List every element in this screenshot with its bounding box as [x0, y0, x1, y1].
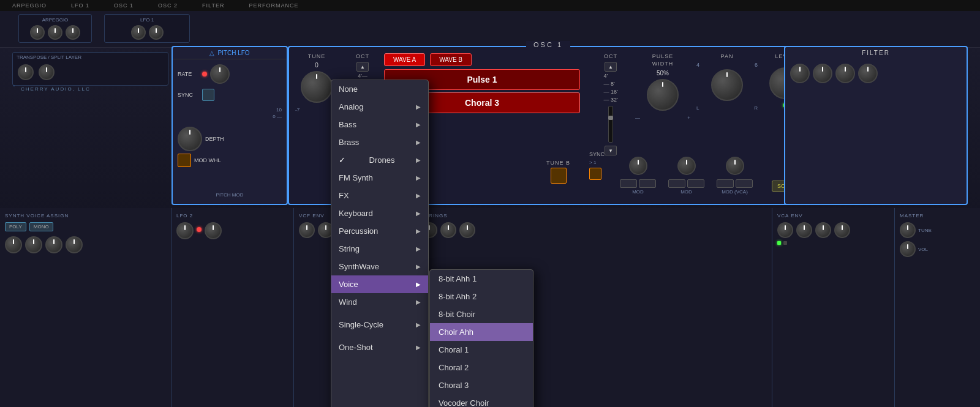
submenu-8bit-ahh1[interactable]: 8-bit Ahh 1 [430, 270, 533, 288]
master-vol-knob[interactable] [900, 241, 916, 257]
filter-key-knob[interactable] [858, 64, 878, 83]
tune-b-label: TUNE B [546, 160, 570, 166]
8bit-choir-label: 8-bit Choir [439, 310, 475, 319]
vca-decay-knob[interactable] [796, 222, 812, 238]
submenu-8bit-ahh2[interactable]: 8-bit Ahh 2 [430, 288, 533, 305]
mod-btn-2a[interactable] [668, 179, 685, 188]
mod-row: MOD MOD MOD (VCA) [620, 157, 753, 195]
oct-b-slider[interactable] [608, 106, 613, 143]
section-osc2: OSC 2 [158, 2, 178, 9]
master-tune-knob[interactable] [900, 222, 916, 238]
analog-label: Analog [339, 102, 363, 111]
mod-label-1: MOD [620, 189, 656, 195]
master-vol-row: VOL [900, 241, 975, 257]
menu-drones[interactable]: ✓ Drones ▶ [331, 151, 428, 169]
pulse-width-knob[interactable] [647, 79, 679, 111]
submenu-choir-ahh[interactable]: Choir Ahh [430, 323, 533, 341]
keyboard-arrow: ▶ [416, 210, 421, 217]
osc1-title: OSC 1 [526, 41, 570, 48]
lfo2-bottom: LFO 2 [172, 208, 294, 407]
oct-b-down-button[interactable]: ▼ [605, 146, 617, 155]
menu-string[interactable]: String ▶ [331, 240, 428, 258]
menu-none[interactable]: None [331, 80, 428, 98]
mod-btn-2b[interactable] [687, 179, 704, 188]
pan-r-label: R [754, 105, 758, 111]
menu-voice[interactable]: Voice ▶ [331, 275, 428, 293]
rate-knob[interactable] [210, 64, 230, 84]
vca-sustain-knob[interactable] [815, 222, 831, 238]
vcf-attack-knob[interactable] [299, 222, 315, 238]
arpeggio-knob2[interactable] [48, 25, 62, 40]
menu-one-shot[interactable]: One-Shot ▶ [331, 338, 428, 356]
sync-row: SYNC [178, 89, 282, 101]
menu-synthwave[interactable]: SynthWave ▶ [331, 258, 428, 275]
master-tune-label: TUNE [918, 228, 932, 233]
voice-knob2[interactable] [25, 236, 42, 253]
string-arrow: ▶ [416, 245, 421, 252]
pan-knob[interactable] [711, 69, 743, 101]
mod-knob-2[interactable] [677, 157, 696, 175]
pitch-lfo-controls: RATE SYNC 10 0 — DEPTH MOD WHL [173, 59, 287, 172]
filter-env-knob[interactable] [835, 64, 855, 83]
oct-b-8ft: — 8' [603, 81, 614, 87]
lfo1-depth-knob[interactable] [149, 25, 164, 40]
submenu-vocoder-choir[interactable]: Vocoder Choir [430, 394, 533, 407]
master-knobs: TUNE VOL [900, 222, 975, 257]
sync-osc-button[interactable] [589, 168, 601, 180]
depth-knob[interactable] [178, 127, 202, 151]
mod-whl-indicator [178, 154, 191, 167]
mod-vca-knob[interactable] [726, 157, 744, 175]
menu-wind[interactable]: Wind ▶ [331, 293, 428, 311]
pan-scale: 4 6 [696, 62, 758, 68]
lfo2-depth-knob[interactable] [205, 222, 222, 239]
oct-a-up-button[interactable]: ▲ [356, 62, 369, 72]
submenu-choral2[interactable]: Choral 2 [430, 359, 533, 376]
menu-analog[interactable]: Analog ▶ [331, 98, 428, 116]
mod-btn-vca-b[interactable] [736, 179, 753, 188]
submenu-choral1[interactable]: Choral 1 [430, 341, 533, 359]
tune-knob[interactable] [301, 71, 333, 103]
menu-fm-synth[interactable]: FM Synth ▶ [331, 169, 428, 187]
oct-b-up-button[interactable]: ▲ [605, 62, 617, 72]
oct-b-16ft: — 16' [603, 89, 617, 95]
arpeggio-knob3[interactable] [66, 25, 80, 40]
filter-cutoff-knob[interactable] [790, 64, 810, 83]
menu-percussion[interactable]: Percussion ▶ [331, 222, 428, 240]
tune-b-indicator [551, 168, 567, 184]
voice-knob3[interactable] [45, 236, 62, 253]
menu-fx[interactable]: FX ▶ [331, 187, 428, 204]
mod-btn-1a[interactable] [620, 179, 637, 188]
split-knob[interactable] [39, 64, 55, 80]
wave-buttons-row: WAVE A WAVE B [384, 53, 580, 66]
filter-resonance-knob[interactable] [813, 64, 832, 83]
menu-keyboard[interactable]: Keyboard ▶ [331, 204, 428, 222]
master-tune-row: TUNE [900, 222, 975, 238]
mono-button[interactable]: MONO [29, 222, 53, 231]
menu-single-cycle[interactable]: Single-Cycle ▶ [331, 316, 428, 334]
mod-knob-1[interactable] [629, 157, 647, 175]
pulse-width-value: 50% [635, 70, 690, 77]
mod-btn-1b[interactable] [639, 179, 656, 188]
voice-knob4[interactable] [66, 236, 83, 253]
menu-bass[interactable]: Bass ▶ [331, 116, 428, 133]
sync-osc-label: SYNC [589, 151, 605, 157]
pitch-mod-label: PITCH MOD [173, 188, 287, 199]
poly-button[interactable]: POLY [5, 222, 26, 231]
lfo1-rate-knob[interactable] [131, 25, 146, 40]
transpose-knob[interactable] [18, 64, 34, 80]
sync-button[interactable] [202, 89, 214, 101]
voice-knob1[interactable] [5, 236, 22, 253]
submenu-8bit-choir[interactable]: 8-bit Choir [430, 305, 533, 323]
oct-a-label: OCT [344, 53, 381, 59]
single-cycle-label: Single-Cycle [339, 320, 383, 329]
lfo2-rate-knob[interactable] [176, 222, 194, 239]
menu-brass[interactable]: Brass ▶ [331, 133, 428, 151]
submenu-choral3[interactable]: Choral 3 [430, 376, 533, 394]
drones-label: Drones [369, 155, 395, 165]
arpeggio-knob1[interactable] [30, 25, 45, 40]
wave-a-button[interactable]: WAVE A [384, 53, 425, 66]
vca-release-knob[interactable] [834, 222, 850, 238]
wave-b-button[interactable]: WAVE B [430, 53, 472, 66]
vca-attack-knob[interactable] [777, 222, 793, 238]
mod-btn-vca-a[interactable] [717, 179, 734, 188]
